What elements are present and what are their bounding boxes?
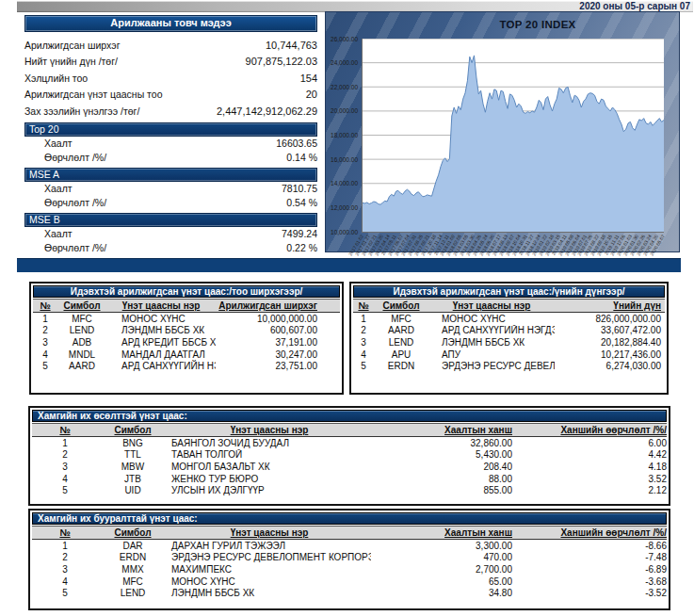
table-cell: 23,751.00 — [216, 360, 340, 372]
table-header-row: № Симбол Үнэт цаасны нэр Хаалтын ханш Ха… — [32, 424, 667, 437]
summary-panel: Арилжааны товч мэдээ Арилжигдсан ширхэг … — [24, 15, 317, 255]
table-row: 4JTBЖЕНКО ТУР БЮРО88.003.52 — [32, 473, 667, 485]
index-change-label: Өөрчлөлт /%/ — [44, 197, 106, 208]
table-cell: МОНГОЛ БАЗАЛЬТ ХК — [168, 461, 371, 473]
table-cell: MFC — [57, 313, 106, 325]
col-header-no: № — [33, 300, 57, 313]
table-cell: 4 — [32, 575, 98, 588]
table-cell: 1 — [353, 313, 374, 325]
y-axis-label: 18,000.00 — [326, 132, 358, 138]
chart-panel: TOP 20 INDEX 26,000.0024,000.0022,000.00… — [325, 11, 680, 252]
table-row: 2AARDАРД САНХҮҮГИЙН НЭГДЭЛ33,607,472.00 — [353, 325, 665, 337]
col-header-change: Ханшийн өөрчлөлт /%/ — [512, 527, 667, 540]
table-cell: 32,860.00 — [371, 437, 512, 449]
table-cell: AARD — [57, 360, 106, 372]
gainers-table: Хамгийн их өсөлттэй үнэт цаас: № Симбол … — [28, 406, 670, 506]
table-cell: 2.12 — [512, 484, 667, 496]
losers-table: Хамгийн их бууралттай үнэт цаас: № Симбо… — [28, 509, 670, 610]
col-header-value: Үнийн дүн — [555, 300, 665, 313]
summary-value: 10,744,763 — [266, 40, 317, 51]
volume-table-grid: № Симбол Үнэт цаасны нэр Арилжигдсан шир… — [33, 299, 340, 372]
table-cell: JTB — [98, 473, 168, 485]
table-row: 5AARDАРД САНХҮҮГИЙН НЭГДЭЛ23,751.00 — [33, 360, 340, 372]
table-cell: МАНДАЛ ДААТГАЛ — [106, 349, 216, 361]
table-cell: 20,182,884.40 — [555, 336, 665, 349]
y-axis-label: 24,000.00 — [326, 59, 358, 66]
table-cell: MNDL — [57, 349, 106, 361]
table-cell: 4 — [353, 349, 374, 361]
table-cell: -3.52 — [512, 587, 667, 599]
value-table: Идэвхтэй арилжигдсан үнэт цаас:/үнийн дү… — [349, 282, 669, 395]
table-row: 1DARДАРХАН ГУРИЛ ТЭЖЭЭЛ3,300.00-8.66 — [32, 540, 667, 552]
table-cell: ЭРДЭНЭ РЕСУРС ДЕВЕЛОПМЕНТ КОРПОРЭЙ — [428, 360, 555, 372]
index-close-row: Хаалт 16603.65 — [24, 137, 317, 151]
table-cell: MFC — [374, 313, 428, 325]
table-cell: ТАВАН ТОЛГОЙ — [168, 449, 371, 462]
col-header-symbol: Симбол — [57, 300, 106, 313]
table-cell: 4.18 — [512, 461, 667, 473]
index-bar-top20: Top 20 — [24, 122, 317, 137]
y-axis-label: 16,000.00 — [326, 156, 358, 163]
index-change-row: Өөрчлөлт /%/ 0.54 % — [24, 196, 317, 210]
report-date: 2020 оны 05-р сарын 07 — [579, 1, 690, 11]
table-cell: ЭРДЭНЭ РЕСУРС ДЕВЕЛОПМЕНТ КОРПОРЭЙ — [168, 552, 371, 564]
summary-label: Зах зээлийн үнэлгээ /төг/ — [24, 105, 139, 117]
table-cell: ERDN — [374, 360, 428, 372]
summary-row: Нийт үнийн дүн /төг/ 907,875,122.03 — [24, 54, 317, 71]
col-header-name: Үнэт цаасны нэр — [168, 527, 371, 540]
summary-row: Хэлцлийн тоо 154 — [24, 70, 317, 87]
table-header-row: № Симбол Үнэт цаасны нэр Арилжигдсан шир… — [33, 300, 340, 313]
table-cell: APU — [374, 349, 428, 361]
table-row: 4MNDLМАНДАЛ ДААТГАЛ30,247.00 — [33, 349, 340, 361]
index-change-label: Өөрчлөлт /%/ — [44, 152, 106, 163]
table-cell: АРД САНХҮҮГИЙН НЭГДЭЛ — [106, 360, 216, 372]
col-header-close: Хаалтын ханш — [371, 424, 512, 437]
value-table-grid: № Симбол Үнэт цаасны нэр Үнийн дүн 1MFCМ… — [353, 299, 665, 372]
index-close-row: Хаалт 7499.24 — [24, 227, 317, 241]
table-cell: ЛЭНДМН ББСБ ХК — [428, 336, 555, 349]
table-cell: LEND — [98, 587, 168, 599]
summary-row: Арилжигдсан ширхэг 10,744,763 — [24, 37, 317, 54]
table-cell: 470.00 — [371, 552, 512, 564]
table-cell: MMX — [98, 563, 168, 575]
index-change-value: 0.14 % — [286, 152, 317, 163]
table-cell: МАХИМПЕКС — [168, 563, 371, 575]
table-cell: 4 — [33, 349, 57, 361]
index-close-label: Хаалт — [44, 138, 73, 149]
table-cell: 3,300.00 — [371, 540, 512, 552]
table-cell: 10,000,000.00 — [216, 313, 340, 325]
losers-table-grid: № Симбол Үнэт цаасны нэр Хаалтын ханш Ха… — [32, 526, 667, 599]
y-axis-label: 10,000.00 — [326, 229, 358, 235]
table-cell: 3 — [32, 461, 98, 473]
table-cell: 37,191.00 — [216, 336, 340, 349]
summary-value: 154 — [300, 73, 317, 84]
summary-label: Арилжигдсан ширхэг — [24, 40, 120, 51]
table-cell: БАЯНГОЛ ЗОЧИД БУУДАЛ — [168, 437, 371, 449]
table-cell: 1 — [32, 540, 98, 552]
index-close-label: Хаалт — [44, 183, 73, 194]
table-cell: 1 — [32, 437, 98, 449]
table-cell: BNG — [98, 437, 168, 449]
table-cell: ЛЭНДМН ББСБ ХК — [106, 325, 216, 337]
col-header-symbol: Симбол — [98, 527, 168, 540]
table-cell: DAR — [98, 540, 168, 552]
gainers-table-title: Хамгийн их өсөлттэй үнэт цаас: — [32, 410, 667, 422]
y-axis-label: 14,000.00 — [326, 180, 358, 186]
table-cell: 88.00 — [371, 473, 512, 485]
table-row: 3ADBАРД КРЕДИТ ББСБ ХК37,191.00 — [33, 336, 340, 349]
summary-value: 20 — [306, 89, 317, 100]
report-page: 2020 оны 05-р сарын 07 Арилжааны товч мэ… — [0, 0, 694, 616]
table-cell: МОНОС ХҮНС — [106, 313, 216, 325]
table-cell: LEND — [57, 325, 106, 337]
table-cell: -6.89 — [512, 563, 667, 575]
table-row: 2LENDЛЭНДМН ББСБ ХК600,607.00 — [33, 325, 340, 337]
col-header-symbol: Симбол — [374, 300, 428, 313]
table-cell: 5,430.00 — [371, 449, 512, 462]
table-cell: 3 — [32, 563, 98, 575]
table-row: 2TTLТАВАН ТОЛГОЙ5,430.004.42 — [32, 449, 667, 462]
divider-band — [17, 258, 681, 272]
table-cell: ЛЭНДМН ББСБ ХК — [168, 587, 371, 599]
table-cell: 208.40 — [371, 461, 512, 473]
table-cell: 2 — [353, 325, 374, 337]
table-cell: 855.00 — [371, 484, 512, 496]
